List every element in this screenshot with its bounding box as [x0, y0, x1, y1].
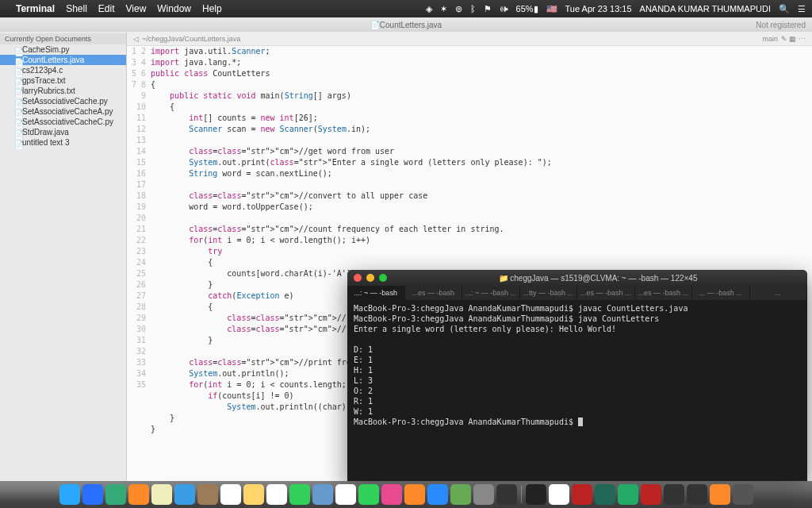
- file-icon: 📄: [14, 140, 19, 145]
- dock: [0, 481, 812, 508]
- minimize-icon[interactable]: [366, 274, 374, 282]
- terminal-titlebar[interactable]: 📁 cheggJava — s1519@CLVMA: ~ — -bash — 1…: [347, 270, 807, 286]
- dock-notes[interactable]: [243, 484, 264, 505]
- terminal-tab[interactable]: ...: ~ — -bash: [347, 286, 405, 300]
- menu-edit[interactable]: Edit: [98, 3, 115, 14]
- dock-ibooks[interactable]: [404, 484, 425, 505]
- dock-firefox[interactable]: [128, 484, 149, 505]
- menu-shell[interactable]: Shell: [66, 3, 87, 14]
- dock-chrome[interactable]: [151, 484, 172, 505]
- file-icon: 📄: [14, 110, 19, 114]
- flag-icon[interactable]: 🇺🇸: [546, 4, 557, 14]
- file-icon: 📄: [14, 89, 19, 94]
- status-icon[interactable]: ✶: [440, 4, 447, 14]
- file-icon: 📄: [14, 99, 19, 104]
- dock-pdf[interactable]: [572, 484, 592, 505]
- dock-acrobat[interactable]: [641, 484, 661, 505]
- dock-calendar[interactable]: [220, 484, 241, 505]
- dock-messages[interactable]: [289, 484, 310, 505]
- dock-prefs[interactable]: [473, 484, 494, 505]
- dock-photos[interactable]: [335, 484, 356, 505]
- terminal-tab[interactable]: ... — -bash ...: [692, 286, 750, 300]
- dock-siri[interactable]: [450, 484, 471, 505]
- terminal-tab[interactable]: ...es — -bash: [405, 286, 463, 300]
- dock-itunes[interactable]: [381, 484, 402, 505]
- dock-app[interactable]: [664, 484, 684, 505]
- dock-sublime2[interactable]: [595, 484, 615, 505]
- editor-titlebar: 📄 CountLetters.java Not registered: [0, 17, 812, 32]
- dock-vlc[interactable]: [710, 484, 730, 505]
- tab-nav-back[interactable]: ◁: [133, 35, 139, 43]
- tab-bar: ◁ ~/cheggJava/CountLetters.java main ✎ ▦…: [127, 32, 812, 46]
- dock-contacts[interactable]: [197, 484, 218, 505]
- dock-trash[interactable]: [733, 484, 753, 505]
- dock-word[interactable]: [618, 484, 638, 505]
- battery[interactable]: 65% ▮: [516, 4, 538, 14]
- menu-window[interactable]: Window: [157, 3, 191, 14]
- close-icon[interactable]: [354, 274, 362, 282]
- dock-safari[interactable]: [82, 484, 103, 505]
- terminal-tab[interactable]: ...: ~ — -bash ...: [462, 286, 520, 300]
- zoom-icon[interactable]: [379, 274, 387, 282]
- toolbar-symbol[interactable]: main: [762, 35, 778, 43]
- terminal-output[interactable]: MacBook-Pro-3:cheggJava AnandaKumarThumm…: [347, 300, 807, 483]
- dock-facetime[interactable]: [358, 484, 379, 505]
- file-icon: 📄: [14, 48, 19, 52]
- dock-appstore[interactable]: [427, 484, 448, 505]
- sidebar-header: Currently Open Documents: [0, 33, 126, 44]
- toolbar-icon[interactable]: ✎ ▦ ⋯: [781, 35, 806, 43]
- file-icon: 📄: [14, 58, 19, 63]
- dock-reminders[interactable]: [266, 484, 287, 505]
- spotlight-icon[interactable]: 🔍: [779, 4, 790, 14]
- editor-file-icon: 📄: [370, 21, 380, 29]
- status-icon[interactable]: ⊚: [455, 4, 462, 14]
- dock-finder[interactable]: [59, 484, 80, 505]
- terminal-title: 📁 cheggJava — s1519@CLVMA: ~ — -bash — 1…: [499, 274, 698, 283]
- user-name[interactable]: ANANDA KUMAR THUMMAPUDI: [640, 4, 771, 13]
- dock-app2[interactable]: [687, 484, 707, 505]
- terminal-tabs: ...: ~ — -bash...es — -bash...: ~ — -bas…: [347, 286, 807, 300]
- menu-view[interactable]: View: [126, 3, 147, 14]
- wifi-icon[interactable]: 🕪: [500, 4, 508, 13]
- file-icon: 📄: [14, 79, 19, 83]
- terminal-tab[interactable]: ...es — -bash ...: [577, 286, 635, 300]
- clock[interactable]: Tue Apr 23 13:15: [565, 4, 632, 13]
- traffic-lights[interactable]: [354, 274, 387, 282]
- file-icon: 📄: [14, 68, 19, 73]
- bluetooth-icon[interactable]: ᛒ: [470, 4, 476, 13]
- menu-help[interactable]: Help: [202, 3, 222, 14]
- terminal-tab[interactable]: ...tty — -bash ...: [520, 286, 578, 300]
- editor-title: CountLetters.java: [380, 21, 442, 29]
- status-icon[interactable]: ⚑: [484, 4, 492, 14]
- status-icon[interactable]: ◈: [426, 4, 432, 14]
- sidebar: Currently Open Documents 📄CacheSim.py📄Co…: [0, 32, 127, 494]
- menubar: Terminal Shell Edit View Window Help ◈ ✶…: [0, 0, 812, 17]
- dock-chrome2[interactable]: [549, 484, 569, 505]
- dock-terminal[interactable]: [526, 484, 546, 505]
- terminal-window[interactable]: 📁 cheggJava — s1519@CLVMA: ~ — -bash — 1…: [347, 270, 807, 483]
- file-icon: 📄: [14, 130, 19, 135]
- dock-sublime[interactable]: [496, 484, 517, 505]
- not-registered: Not registered: [756, 21, 806, 29]
- app-name[interactable]: Terminal: [16, 3, 55, 14]
- dock-safari2[interactable]: [105, 484, 126, 505]
- sidebar-item[interactable]: 📄CacheSim.py: [0, 44, 126, 55]
- dock-mail[interactable]: [174, 484, 195, 505]
- dock-maps[interactable]: [312, 484, 333, 505]
- notif-icon[interactable]: ☰: [798, 4, 806, 14]
- tab-path[interactable]: ~/cheggJava/CountLetters.java: [142, 35, 240, 43]
- file-icon: 📄: [14, 120, 19, 125]
- terminal-tab[interactable]: ...: [750, 286, 808, 300]
- dock-separator: [521, 486, 522, 503]
- terminal-tab[interactable]: ...es — -bash ...: [635, 286, 693, 300]
